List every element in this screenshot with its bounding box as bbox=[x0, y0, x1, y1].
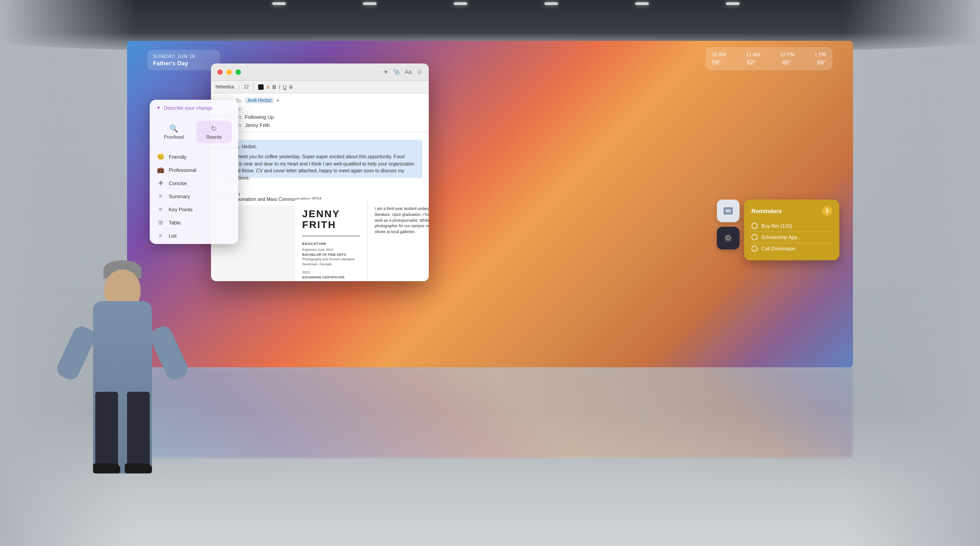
weather-time-4: 1 PM bbox=[814, 52, 826, 57]
cv-columns: EMPLOYMENT EXPERIENCE SEPTEMBER 2021–PRE… bbox=[375, 242, 429, 281]
proofread-label: Proofread bbox=[164, 135, 184, 140]
mail-header: To: Andi Herbst ▾ Cc: Subject: Following… bbox=[211, 93, 429, 132]
wt-list[interactable]: ≡ List bbox=[150, 229, 238, 242]
weather-times: 10 AM 11 AM 12 PM 1 PM bbox=[712, 52, 826, 57]
cv-left-column: JENNY FRITH EDUCATION Expected June 2024… bbox=[295, 200, 368, 281]
mail-to-row: To: Andi Herbst ▾ bbox=[217, 96, 422, 105]
cv-bio: I am a third-year student undergraduate … bbox=[375, 206, 429, 235]
svg-rect-1 bbox=[725, 209, 731, 213]
app-icon-2[interactable] bbox=[717, 227, 740, 249]
recipient-expand[interactable]: ▾ bbox=[277, 98, 279, 103]
mail-body[interactable]: Dear Ms. Herbst, Nice to meet you for co… bbox=[211, 132, 429, 178]
bold-button[interactable]: B bbox=[273, 84, 276, 90]
writing-tools-menu: 😊 Friendly 💼 Professional ✚ Concise ≡ Su… bbox=[150, 148, 238, 244]
mail-greeting: Dear Ms. Herbst, bbox=[221, 143, 419, 151]
cv-section: JENNY FRITH EDUCATION Expected June 2024… bbox=[295, 200, 429, 281]
reminder-item-2[interactable]: Scholarship App... bbox=[751, 232, 832, 243]
cv-education-label: EDUCATION bbox=[302, 242, 360, 246]
underline-button[interactable]: U bbox=[283, 84, 287, 90]
strikethrough-button[interactable]: S bbox=[289, 84, 293, 90]
writing-tools-panel: ✦ Describe your change 🔍 Proofread ↻ Rew… bbox=[150, 100, 238, 244]
cv-education-col bbox=[375, 242, 429, 281]
reminder-circle-2 bbox=[751, 234, 758, 240]
from-value: Jenny Frith bbox=[245, 122, 270, 128]
reminder-circle-1 bbox=[751, 223, 758, 229]
calendar-event: Father's Day bbox=[153, 60, 215, 67]
writing-tools-actions: 🔍 Proofread ↻ Rewrite bbox=[150, 116, 238, 148]
close-button[interactable] bbox=[217, 69, 223, 75]
presenter bbox=[64, 210, 181, 473]
list-icon: ≡ bbox=[157, 232, 164, 239]
weather-temp-3: 66° bbox=[782, 59, 791, 66]
presenter-leg-right bbox=[127, 392, 150, 473]
mail-subject-row: Subject: Following Up bbox=[217, 113, 422, 121]
presenter-legs bbox=[95, 392, 150, 473]
italic-button[interactable]: I bbox=[279, 84, 280, 90]
writing-tools-header: ✦ Describe your change bbox=[150, 100, 238, 116]
weather-widget: 10 AM 11 AM 12 PM 1 PM 59° 62° 66° 68° bbox=[706, 47, 833, 70]
concise-icon: ✚ bbox=[157, 180, 164, 186]
wt-concise[interactable]: ✚ Concise bbox=[150, 176, 238, 190]
attach-icon[interactable]: 📎 bbox=[393, 68, 400, 75]
cv-education-location: Savannah, Georgia bbox=[302, 262, 360, 267]
presenter-shoe-left bbox=[93, 463, 120, 473]
list-label: List bbox=[169, 233, 176, 239]
summary-icon: ≡ bbox=[157, 193, 164, 200]
keypoints-icon: ≡ bbox=[157, 206, 164, 213]
minimize-button[interactable] bbox=[226, 69, 232, 75]
font-name[interactable]: Helvetica bbox=[216, 84, 234, 89]
weather-row: 59° 62° 66° 68° bbox=[712, 59, 826, 66]
screen-reflection bbox=[127, 367, 853, 458]
weather-time-3: 12 PM bbox=[780, 52, 794, 57]
professional-icon: 💼 bbox=[157, 166, 164, 173]
font-size[interactable]: 12 bbox=[244, 84, 249, 89]
cv-divider bbox=[302, 236, 360, 236]
summary-label: Summary bbox=[169, 194, 190, 199]
mail-sig-name: Jenny Frith bbox=[217, 192, 422, 197]
weather-temp-1: 59° bbox=[712, 59, 721, 66]
ceiling-light-5 bbox=[635, 2, 649, 5]
reminder-item-1[interactable]: Buy film (120) bbox=[751, 220, 832, 232]
reminders-count: 3 bbox=[822, 206, 832, 216]
app-icon-group bbox=[717, 200, 740, 249]
cv-education-major: Photography and French Literature bbox=[302, 257, 360, 262]
cv-education-expected: Expected June 2024 bbox=[302, 248, 360, 253]
toolbar-separator-2 bbox=[253, 83, 254, 91]
presentation-screen: SUNDAY, JUN 16 Father's Day 10 AM 11 AM … bbox=[127, 41, 853, 367]
color-swatch[interactable] bbox=[258, 84, 264, 90]
highlight-icon[interactable]: A bbox=[266, 84, 270, 90]
weather-temp-2: 62° bbox=[747, 59, 756, 66]
mail-from-row: From: Jenny Frith bbox=[217, 121, 422, 129]
svg-point-4 bbox=[727, 237, 729, 239]
table-icon: ⊞ bbox=[157, 219, 164, 226]
reminders-title: Reminders bbox=[751, 208, 782, 214]
subject-value[interactable]: Following Up bbox=[245, 114, 274, 120]
cv-education-year2: 2023 bbox=[302, 270, 360, 275]
reminder-text-2: Scholarship App... bbox=[761, 234, 802, 240]
reminder-circle-3 bbox=[751, 245, 758, 252]
to-value[interactable]: Andi Herbst bbox=[245, 98, 274, 103]
proofread-icon: 🔍 bbox=[169, 124, 178, 133]
wt-friendly[interactable]: 😊 Friendly bbox=[150, 150, 238, 163]
presenter-shoe-right bbox=[125, 463, 152, 473]
weather-temp-4: 68° bbox=[817, 59, 826, 66]
rewrite-button[interactable]: ↻ Rewrite bbox=[196, 121, 232, 143]
concise-label: Concise bbox=[169, 180, 187, 186]
wt-professional[interactable]: 💼 Professional bbox=[150, 163, 238, 176]
send-icon[interactable]: ✈ bbox=[383, 68, 388, 75]
proofread-button[interactable]: 🔍 Proofread bbox=[156, 121, 192, 143]
ceiling-light-2 bbox=[363, 2, 377, 5]
wt-keypoints[interactable]: ≡ Key Points bbox=[150, 203, 238, 216]
format-icon[interactable]: Aa bbox=[405, 68, 412, 75]
cv-education-cert: EXCHANGE CERTIFICATE bbox=[302, 275, 360, 280]
writing-tools-header-text: Describe your change bbox=[164, 105, 212, 111]
wt-table[interactable]: ⊞ Table bbox=[150, 216, 238, 229]
cv-right-column: I am a third-year student undergraduate … bbox=[368, 200, 429, 281]
emoji-icon[interactable]: ☺ bbox=[416, 68, 422, 75]
toolbar-separator bbox=[239, 83, 239, 91]
app-icon-1[interactable] bbox=[717, 200, 740, 222]
reminder-item-3[interactable]: Call Dominique bbox=[751, 243, 832, 254]
wt-summary[interactable]: ≡ Summary bbox=[150, 190, 238, 203]
keypoints-label: Key Points bbox=[169, 207, 193, 212]
maximize-button[interactable] bbox=[235, 69, 241, 75]
